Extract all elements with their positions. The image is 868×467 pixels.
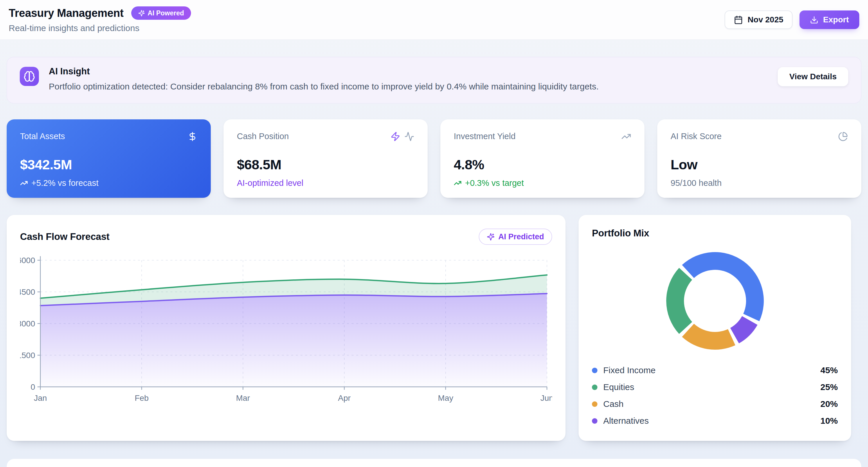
download-icon xyxy=(810,16,818,24)
kpi-icons xyxy=(188,132,197,141)
date-picker-label: Nov 2025 xyxy=(747,15,783,24)
portfolio-legend: Fixed Income45%Equities25%Cash20%Alterna… xyxy=(592,362,838,429)
page-subtitle: Real-time insights and predictions xyxy=(9,23,191,33)
next-section-card-partial xyxy=(7,459,861,467)
svg-text:1500: 1500 xyxy=(20,351,35,360)
cash-flow-forecast-card: Cash Flow Forecast AI Predicted 01500300… xyxy=(7,215,565,441)
kpi-delta: AI-optimized level xyxy=(237,178,414,188)
charts-row: Cash Flow Forecast AI Predicted 01500300… xyxy=(7,215,861,441)
donut-segment-fixed-income xyxy=(682,252,764,321)
legend-value: 10% xyxy=(820,416,838,426)
svg-text:4500: 4500 xyxy=(20,288,35,296)
zap-icon xyxy=(391,132,400,141)
portfolio-mix-card: Portfolio Mix Fixed Income45%Equities25%… xyxy=(579,215,851,441)
page-title: Treasury Management xyxy=(9,7,124,20)
kpi-card-cash-position: Cash Position$68.5MAI-optimized level xyxy=(223,119,428,198)
kpi-card-ai-risk-score: AI Risk ScoreLow95/100 health xyxy=(657,119,861,198)
donut-segment-alternatives xyxy=(730,316,757,344)
view-details-button[interactable]: View Details xyxy=(778,67,848,86)
dollar-sign-icon xyxy=(188,132,197,141)
trending-up-icon xyxy=(454,179,462,187)
legend-label: Cash xyxy=(603,399,624,409)
header-actions: Nov 2025 Export xyxy=(724,10,859,29)
kpi-icons xyxy=(621,132,631,141)
dashboard-content: AI Insight Portfolio optimization detect… xyxy=(0,57,868,467)
svg-text:3000: 3000 xyxy=(20,319,35,328)
legend-dot xyxy=(592,368,597,373)
activity-icon xyxy=(404,132,414,141)
svg-text:0: 0 xyxy=(30,382,35,391)
kpi-label: Cash Position xyxy=(237,132,289,141)
portfolio-donut-chart xyxy=(654,246,776,356)
sparkles-icon xyxy=(487,233,495,241)
brain-icon xyxy=(20,67,39,86)
legend-dot xyxy=(592,384,597,390)
cash-flow-title: Cash Flow Forecast xyxy=(20,231,110,242)
kpi-card-total-assets: Total Assets$342.5M+5.2% vs forecast xyxy=(7,119,211,198)
trending-up-icon xyxy=(20,179,28,187)
legend-value: 45% xyxy=(820,366,838,375)
kpi-label: AI Risk Score xyxy=(671,132,722,141)
insight-message: Portfolio optimization detected: Conside… xyxy=(49,82,768,91)
kpi-icons xyxy=(391,132,414,141)
sparkles-icon xyxy=(138,10,145,17)
legend-dot xyxy=(592,418,597,424)
kpi-value: Low xyxy=(671,156,848,173)
cash-flow-area-chart: 01500300045006000JanFebMarAprMayJun xyxy=(20,249,552,411)
svg-text:6000: 6000 xyxy=(20,256,35,265)
trending-up-icon xyxy=(621,132,631,141)
kpi-value: 4.8% xyxy=(454,156,631,173)
calendar-icon xyxy=(734,16,743,24)
kpi-value: $342.5M xyxy=(20,156,197,173)
legend-label: Fixed Income xyxy=(603,366,655,375)
ai-predicted-badge: AI Predicted xyxy=(479,229,552,245)
donut-segment-equities xyxy=(666,268,692,334)
kpi-cards-row: Total Assets$342.5M+5.2% vs forecastCash… xyxy=(7,119,861,198)
legend-row-cash: Cash20% xyxy=(592,396,838,412)
kpi-delta: 95/100 health xyxy=(671,178,848,188)
ai-predicted-badge-label: AI Predicted xyxy=(498,232,544,241)
legend-value: 25% xyxy=(820,382,838,392)
svg-text:May: May xyxy=(438,393,454,403)
insight-text-block: AI Insight Portfolio optimization detect… xyxy=(49,66,768,91)
legend-label: Equities xyxy=(603,382,634,392)
kpi-delta: +0.3% vs target xyxy=(454,178,631,188)
app-header: Treasury Management AI Powered Real-time… xyxy=(0,0,868,40)
kpi-value: $68.5M xyxy=(237,156,414,173)
treasury-dashboard: Treasury Management AI Powered Real-time… xyxy=(0,0,868,467)
donut-segment-cash xyxy=(682,324,735,350)
svg-text:Mar: Mar xyxy=(236,393,250,403)
legend-value: 20% xyxy=(820,399,838,409)
date-picker-button[interactable]: Nov 2025 xyxy=(724,10,793,29)
svg-text:Feb: Feb xyxy=(135,393,149,403)
legend-row-equities: Equities25% xyxy=(592,379,838,396)
legend-label: Alternatives xyxy=(603,416,649,426)
svg-text:Jun: Jun xyxy=(540,393,552,403)
kpi-delta: +5.2% vs forecast xyxy=(20,178,197,188)
kpi-label: Investment Yield xyxy=(454,132,516,141)
header-left: Treasury Management AI Powered Real-time… xyxy=(9,6,191,33)
kpi-icons xyxy=(838,132,848,141)
ai-insight-banner: AI Insight Portfolio optimization detect… xyxy=(7,57,861,104)
cash-flow-card-header: Cash Flow Forecast AI Predicted xyxy=(20,228,552,246)
kpi-label: Total Assets xyxy=(20,132,65,141)
export-button[interactable]: Export xyxy=(800,10,859,29)
legend-dot xyxy=(592,401,597,407)
insight-title: AI Insight xyxy=(49,66,768,77)
svg-text:Apr: Apr xyxy=(338,393,351,403)
portfolio-mix-title: Portfolio Mix xyxy=(592,228,838,239)
kpi-card-investment-yield: Investment Yield4.8%+0.3% vs target xyxy=(440,119,645,198)
ai-powered-badge: AI Powered xyxy=(131,6,191,20)
ai-powered-badge-label: AI Powered xyxy=(148,9,184,17)
export-button-label: Export xyxy=(823,15,849,24)
svg-text:Jan: Jan xyxy=(34,393,47,403)
legend-row-fixed-income: Fixed Income45% xyxy=(592,362,838,379)
pie-chart-icon xyxy=(838,132,848,141)
legend-row-alternatives: Alternatives10% xyxy=(592,412,838,429)
